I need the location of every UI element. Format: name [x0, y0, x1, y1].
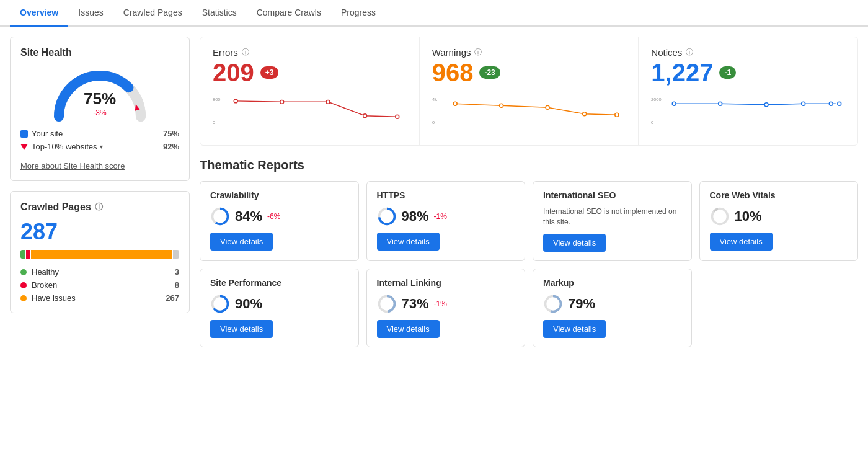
warnings-dot-5: [614, 113, 618, 117]
top10-value: 92%: [163, 142, 179, 151]
chevron-down-icon[interactable]: ▾: [100, 143, 103, 150]
legend-issues: Have issues 267: [20, 293, 179, 303]
intl-seo-view-btn[interactable]: View details: [543, 234, 606, 252]
internal-linking-percent: 73%: [402, 296, 429, 312]
cwv-percent: 10%: [735, 208, 762, 224]
thematic-reports-section: Thematic Reports Crawlability 84% -6% Vi…: [200, 158, 858, 347]
notices-info-icon[interactable]: ⓘ: [686, 47, 693, 58]
warnings-label: Warnings: [432, 47, 471, 58]
site-health-legend: Your site 75% Top-10% websites ▾ 92%: [20, 129, 179, 151]
notices-value: 1,227: [651, 60, 713, 85]
markup-view-btn[interactable]: View details: [543, 320, 606, 338]
tab-statistics[interactable]: Statistics: [192, 0, 247, 27]
gauge-center: 75% -3%: [84, 89, 116, 117]
more-about-link[interactable]: More about Site Health score: [20, 161, 125, 171]
warnings-value: 968: [432, 60, 474, 85]
notices-line: [675, 104, 836, 104]
notices-dot-6: [838, 102, 841, 105]
thematic-reports-title: Thematic Reports: [200, 158, 858, 172]
intl-seo-title: International SEO: [543, 190, 681, 200]
reports-row1: Crawlability 84% -6% View details HTTPS: [200, 181, 858, 261]
warnings-line: [455, 104, 617, 115]
errors-dot-3: [326, 100, 330, 104]
issues-label: Have issues: [32, 293, 76, 303]
report-https: HTTPS 98% -1% View details: [366, 181, 526, 261]
cwv-title: Core Web Vitals: [710, 190, 848, 200]
internal-linking-donut: [377, 294, 397, 314]
reports-row2: Site Performance 90% View details Intern…: [200, 269, 858, 347]
site-perf-view-btn[interactable]: View details: [210, 320, 273, 338]
main-content: Errors ⓘ 209 +3 800 0: [200, 37, 858, 347]
tabs-bar: Overview Issues Crawled Pages Statistics…: [0, 0, 868, 27]
site-perf-percent: 90%: [235, 296, 262, 312]
crawled-pages-card: Crawled Pages ⓘ 287 Healthy 3: [10, 191, 190, 313]
broken-count: 8: [175, 280, 179, 290]
errors-badge: +3: [260, 66, 279, 79]
warnings-chart: 4k 0: [432, 90, 626, 133]
crawlability-view-btn[interactable]: View details: [210, 233, 273, 251]
https-view-btn[interactable]: View details: [377, 233, 440, 251]
your-site-value: 75%: [163, 129, 179, 138]
errors-ymin: 0: [213, 120, 215, 125]
your-site-dot: [20, 130, 28, 138]
https-change: -1%: [434, 212, 447, 221]
sidebar: Site Health 75% -3%: [10, 37, 190, 347]
warnings-badge: -23: [479, 66, 500, 79]
info-icon[interactable]: ⓘ: [95, 202, 103, 213]
site-perf-title: Site Performance: [210, 278, 348, 288]
warnings-ymin: 0: [432, 120, 435, 125]
site-health-card: Site Health 75% -3%: [10, 37, 190, 181]
cwv-donut: [710, 207, 730, 226]
internal-linking-change: -1%: [434, 300, 447, 308]
errors-dot-5: [396, 115, 399, 118]
errors-info-icon[interactable]: ⓘ: [242, 47, 249, 58]
tab-compare-crawls[interactable]: Compare Crawls: [247, 0, 331, 27]
errors-ymax: 800: [213, 97, 220, 102]
cwv-view-btn[interactable]: View details: [710, 233, 773, 251]
https-donut: [377, 207, 397, 226]
broken-dot: [20, 282, 27, 288]
errors-dot-1: [234, 99, 237, 103]
warnings-block: Warnings ⓘ 968 -23 4k 0: [420, 37, 639, 145]
site-perf-donut: [210, 294, 230, 314]
notices-dot-4: [802, 102, 805, 105]
legend-broken: Broken 8: [20, 280, 179, 290]
internal-linking-view-btn[interactable]: View details: [377, 320, 440, 338]
errors-dot-4: [363, 114, 367, 118]
tab-issues[interactable]: Issues: [68, 0, 113, 27]
crawled-legend: Healthy 3 Broken 8 Have issues: [20, 267, 179, 303]
metrics-row: Errors ⓘ 209 +3 800 0: [200, 37, 858, 146]
warnings-info-icon[interactable]: ⓘ: [474, 47, 482, 58]
errors-dot-2: [280, 100, 284, 104]
warnings-dot-1: [453, 102, 457, 105]
errors-label: Errors: [213, 47, 238, 58]
https-title: HTTPS: [377, 190, 515, 200]
tab-overview[interactable]: Overview: [10, 0, 68, 27]
report-markup: Markup 79% View details: [533, 269, 692, 347]
notices-dot-3: [764, 103, 768, 107]
notices-chart: 2000 0: [651, 90, 845, 133]
site-health-title: Site Health: [20, 47, 179, 58]
bar-broken: [26, 250, 31, 259]
gauge-change: -3%: [84, 109, 116, 117]
healthy-dot: [20, 269, 27, 275]
warnings-dot-3: [546, 105, 549, 109]
tab-crawled-pages[interactable]: Crawled Pages: [113, 0, 192, 27]
markup-percent: 79%: [568, 296, 595, 312]
report-international-seo: International SEO International SEO is n…: [533, 181, 692, 261]
crawlability-percent: 84%: [235, 208, 262, 224]
notices-dot-2: [719, 102, 722, 105]
warnings-dot-4: [582, 112, 586, 116]
tab-progress[interactable]: Progress: [331, 0, 386, 27]
notices-dot-1: [673, 102, 676, 105]
errors-chart: 800 0: [213, 90, 407, 133]
crawled-pages-title: Crawled Pages ⓘ: [20, 202, 179, 213]
notices-dot-5: [830, 102, 833, 105]
your-site-label: Your site: [32, 129, 63, 138]
https-percent: 98%: [402, 208, 429, 224]
notices-ymax: 2000: [651, 97, 662, 102]
warnings-dot-2: [499, 104, 503, 107]
markup-donut: [543, 294, 563, 314]
errors-block: Errors ⓘ 209 +3 800 0: [200, 37, 420, 145]
intl-seo-note: International SEO is not implemented on …: [543, 207, 681, 228]
